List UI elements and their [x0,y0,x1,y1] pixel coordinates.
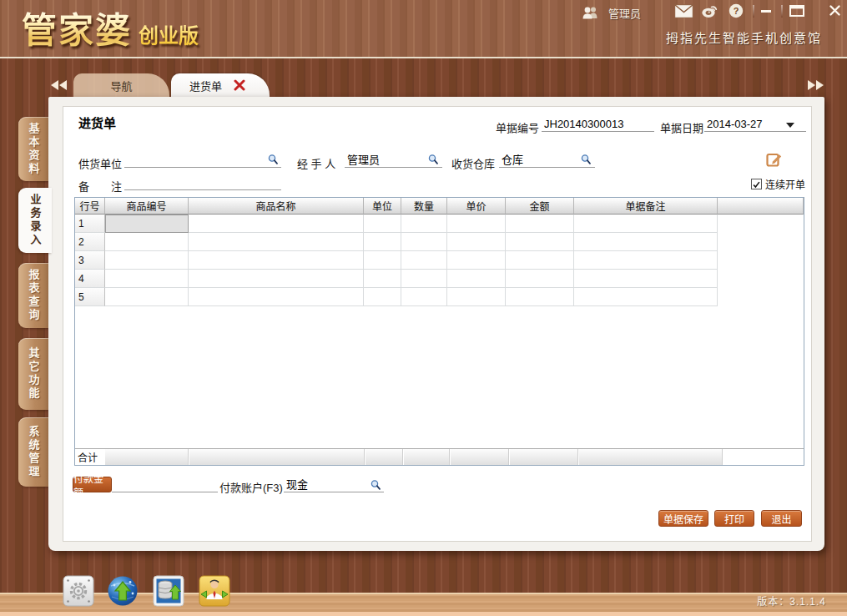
row-number-cell[interactable]: 1 [75,215,105,233]
tab-close-icon[interactable] [234,79,245,91]
grid-cell-filler [718,270,804,288]
grid-cell[interactable] [574,251,718,270]
payment-amount-button[interactable]: 付款金额 [73,477,112,492]
tabs-scroll-right-icon[interactable] [806,79,824,91]
remark-input[interactable] [124,175,281,190]
row-number-cell[interactable]: 4 [75,270,105,288]
grid-cell[interactable] [574,215,718,233]
total-cell [451,449,509,465]
continuous-billing-checkbox[interactable] [751,179,762,189]
bottom-strip [0,612,847,616]
grid-cell[interactable] [506,288,574,306]
grid-cell[interactable] [189,215,364,233]
grid-cell[interactable] [447,251,506,270]
weibo-icon[interactable] [701,3,718,18]
close-button[interactable] [829,5,840,16]
total-cell [404,449,450,465]
account-lookup-icon[interactable] [370,479,381,491]
sidebar-item-other-functions[interactable]: 其它功能 [18,338,48,410]
sidebar-item-label: 报表查询 [26,269,42,322]
grid-cell-filler [718,215,804,233]
grid-cell[interactable] [105,270,189,288]
col-header-amount[interactable]: 金额 [506,198,574,215]
grid-cell[interactable] [189,251,364,270]
sidebar-item-label: 业务录入 [28,194,43,247]
payment-account-input[interactable]: 现金 [284,477,384,492]
doc-no-label: 单据编号 [496,119,539,135]
grid-cell[interactable] [189,270,364,288]
grid-cell[interactable] [574,270,718,288]
grid-cell[interactable] [447,270,506,288]
grid-cell[interactable] [401,288,447,306]
grid-cell[interactable] [574,233,718,251]
grid-cell[interactable] [401,233,447,251]
grid-cell[interactable] [189,288,364,306]
grid-cell[interactable] [105,251,189,270]
sidebar-item-business-entry[interactable]: 业务录入 [18,188,52,253]
database-backup-icon[interactable] [153,574,184,608]
row-number-cell[interactable]: 2 [75,233,105,251]
doc-no-input[interactable]: JH20140300013 [542,117,654,132]
grid-cell[interactable] [506,270,574,288]
tabs-scroll-left-icon[interactable] [50,79,68,91]
sidebar-item-system-management[interactable]: 系统管理 [18,417,48,487]
grid-cell[interactable] [105,233,189,251]
grid-cell[interactable] [401,215,447,233]
col-header-row-no[interactable]: 行号 [75,198,105,215]
edit-icon[interactable] [766,151,783,168]
grid-row: 4 [75,270,804,288]
handler-lookup-icon[interactable] [427,154,439,165]
grid-cell[interactable] [506,215,574,233]
settings-icon[interactable] [63,574,94,608]
exit-button[interactable]: 退出 [761,510,802,527]
user-area: 管理员 [580,5,641,21]
grid-cell[interactable] [364,270,401,288]
grid-row: 2 [75,233,804,251]
warehouse-label: 收货仓库 [451,155,495,171]
grid-cell[interactable] [447,215,506,233]
minimize-button[interactable] [761,10,771,13]
grid-cell[interactable] [447,233,506,251]
grid-cell[interactable] [401,251,447,270]
save-button[interactable]: 单据保存 [658,510,708,527]
row-number-cell[interactable]: 3 [75,251,105,270]
total-label: 合计 [75,449,105,465]
grid-cell[interactable] [105,288,189,306]
network-upload-icon[interactable] [107,574,139,608]
tab-navigation[interactable]: 导航 [73,73,169,97]
sidebar-item-report-query[interactable]: 报表查询 [18,263,48,328]
col-header-product-name[interactable]: 商品名称 [189,198,364,215]
grid-cell-selected[interactable] [105,215,189,233]
help-icon[interactable]: ? [729,3,744,18]
col-header-remark[interactable]: 单据备注 [574,198,718,215]
print-button[interactable]: 打印 [714,510,754,527]
col-header-quantity[interactable]: 数量 [401,198,447,215]
grid-cell[interactable] [506,233,574,251]
col-header-unit[interactable]: 单位 [364,198,401,215]
checkmark-icon [752,179,761,190]
payment-amount-input[interactable] [112,477,218,492]
grid-cell[interactable] [189,233,364,251]
grid-cell[interactable] [364,233,401,251]
maximize-button[interactable] [789,5,804,17]
grid-cell[interactable] [364,251,401,270]
col-header-product-code[interactable]: 商品编号 [105,198,189,215]
sidebar-item-basic-data[interactable]: 基本资料 [18,117,48,181]
grid-cell[interactable] [364,215,401,233]
grid-cell[interactable] [364,288,401,306]
col-header-unit-price[interactable]: 单价 [447,198,506,215]
grid-cell[interactable] [574,288,718,306]
app-window: 管家婆 创业版 管理员 [0,0,847,616]
warehouse-lookup-icon[interactable] [580,154,592,165]
mail-icon[interactable] [674,4,693,18]
user-switch-icon[interactable] [199,574,230,608]
supplier-lookup-icon[interactable] [267,154,279,165]
supplier-input[interactable] [124,153,281,168]
total-cell [579,449,723,465]
grid-cell[interactable] [447,288,506,306]
row-number-cell[interactable]: 5 [75,288,105,306]
grid-cell[interactable] [506,251,574,270]
date-dropdown-icon[interactable] [786,123,794,128]
tab-purchase-order[interactable]: 进货单 [171,73,270,97]
grid-cell[interactable] [401,270,447,288]
